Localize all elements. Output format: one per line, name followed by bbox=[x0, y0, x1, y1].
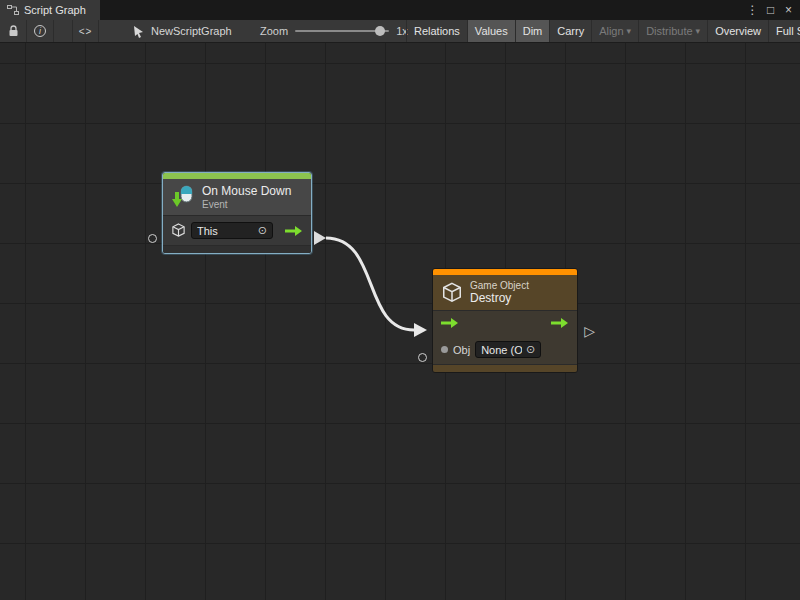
graph-toolbar: i <> NewScriptGraph Zoom 1x Relations bbox=[0, 20, 800, 43]
relations-button[interactable]: Relations bbox=[406, 20, 467, 42]
zoom-label: Zoom bbox=[260, 25, 288, 37]
tab-label: Script Graph bbox=[24, 4, 86, 16]
fullscreen-button[interactable]: Full S bbox=[768, 20, 800, 42]
event-target-input-port[interactable] bbox=[148, 234, 157, 243]
destroy-node-header[interactable]: Game Object Destroy bbox=[433, 275, 577, 310]
window-close-button[interactable]: × bbox=[780, 1, 797, 19]
event-target-field[interactable]: This ⊙ bbox=[191, 222, 273, 239]
event-node-footer bbox=[163, 245, 311, 253]
game-object-cube-icon bbox=[441, 282, 463, 304]
event-node-title: On Mouse Down bbox=[202, 184, 291, 198]
connection-layer bbox=[0, 43, 800, 600]
graph-asset-icon bbox=[132, 25, 145, 38]
object-picker-icon[interactable]: ⊙ bbox=[526, 344, 535, 355]
align-button: Align ▾ bbox=[591, 20, 638, 42]
node-on-mouse-down[interactable]: On Mouse Down Event This ⊙ bbox=[162, 172, 312, 254]
flow-input-arrow-icon[interactable] bbox=[441, 317, 459, 329]
destroy-obj-field[interactable]: None (O ⊙ bbox=[475, 341, 541, 358]
mouse-down-event-icon bbox=[171, 185, 195, 209]
lock-button[interactable] bbox=[0, 20, 27, 42]
event-node-header[interactable]: On Mouse Down Event bbox=[163, 179, 311, 215]
destroy-node-body: Obj None (O ⊙ bbox=[433, 310, 577, 364]
window-menu-button[interactable]: ⋮ bbox=[744, 1, 761, 19]
graph-canvas[interactable]: On Mouse Down Event This ⊙ bbox=[0, 43, 800, 600]
event-node-body: This ⊙ bbox=[163, 215, 311, 245]
zoom-slider-handle[interactable] bbox=[375, 26, 385, 36]
destroy-obj-value: None (O bbox=[481, 344, 522, 356]
toolbar-buttons: Relations Values Dim Carry Align ▾ Distr… bbox=[406, 20, 800, 42]
destroy-node-footer bbox=[433, 364, 577, 372]
flow-output-arrow-icon[interactable] bbox=[285, 225, 303, 237]
info-icon: i bbox=[34, 25, 46, 37]
connection-wire[interactable] bbox=[326, 238, 414, 330]
carry-button[interactable]: Carry bbox=[549, 20, 591, 42]
values-button[interactable]: Values bbox=[467, 20, 515, 42]
overview-button[interactable]: Overview bbox=[707, 20, 768, 42]
window-controls: ⋮ □ × bbox=[744, 0, 800, 20]
script-graph-icon bbox=[7, 4, 19, 16]
dim-button[interactable]: Dim bbox=[515, 20, 550, 42]
event-node-subtitle: Event bbox=[202, 199, 291, 210]
flow-continue-port-icon[interactable]: ▷ bbox=[584, 324, 595, 338]
chevron-down-icon: ▾ bbox=[696, 26, 701, 36]
lock-icon bbox=[8, 25, 19, 37]
game-object-cube-icon bbox=[171, 223, 186, 238]
zoom-control: Zoom 1x bbox=[260, 20, 408, 42]
value-port-dot-icon bbox=[441, 346, 448, 353]
chevron-down-icon: ▾ bbox=[627, 26, 632, 36]
event-target-value: This bbox=[197, 225, 218, 237]
destroy-node-title: Destroy bbox=[470, 291, 529, 305]
tab-script-graph[interactable]: Script Graph bbox=[0, 0, 100, 20]
edit-script-button[interactable]: <> bbox=[72, 20, 99, 42]
distribute-button: Distribute ▾ bbox=[638, 20, 707, 42]
window-maximize-button[interactable]: □ bbox=[762, 1, 779, 19]
event-output-port[interactable] bbox=[314, 231, 326, 245]
graph-breadcrumb: NewScriptGraph bbox=[132, 20, 232, 42]
destroy-param-label: Obj bbox=[453, 344, 470, 356]
code-icon: <> bbox=[79, 26, 93, 37]
destroy-node-category: Game Object bbox=[470, 280, 529, 291]
script-graph-window: Script Graph ⋮ □ × i <> bbox=[0, 0, 800, 600]
object-picker-icon[interactable]: ⊙ bbox=[258, 225, 267, 236]
destroy-input-arrowhead[interactable] bbox=[414, 323, 427, 337]
destroy-obj-input-port[interactable] bbox=[418, 353, 427, 362]
graph-name: NewScriptGraph bbox=[151, 25, 232, 37]
tab-bar: Script Graph ⋮ □ × bbox=[0, 0, 800, 20]
node-destroy[interactable]: Game Object Destroy bbox=[432, 268, 578, 373]
inspect-button[interactable]: i bbox=[27, 20, 54, 42]
zoom-slider[interactable] bbox=[295, 30, 389, 32]
flow-output-arrow-icon[interactable] bbox=[551, 317, 569, 329]
